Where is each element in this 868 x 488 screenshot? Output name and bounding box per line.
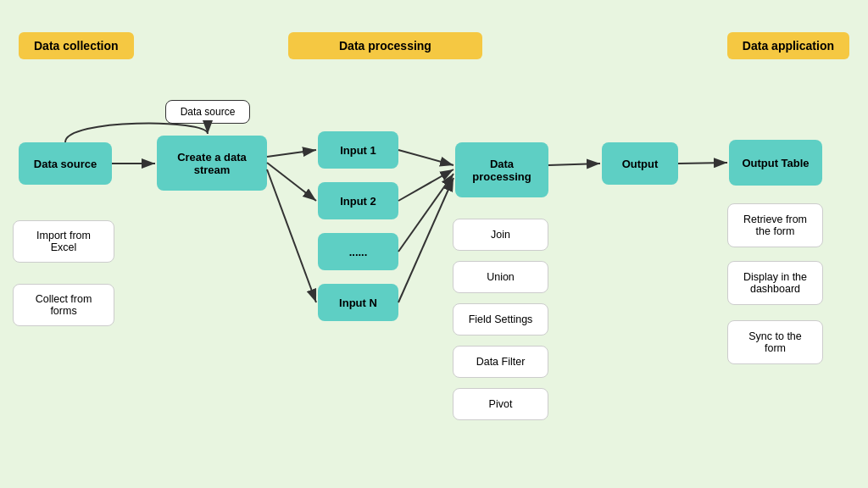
create-stream-box: Create a data stream	[157, 136, 267, 191]
data-source-label: Data source	[165, 100, 250, 124]
svg-line-5	[398, 150, 453, 165]
header-data-processing: Data processing	[288, 32, 482, 59]
svg-line-7	[398, 174, 453, 252]
union-box: Union	[453, 261, 548, 293]
data-source-box: Data source	[19, 142, 112, 185]
header-data-collection: Data collection	[19, 32, 134, 59]
retrieve-form-box: Retrieve from the form	[727, 203, 823, 247]
field-settings-box: Field Settings	[453, 303, 548, 336]
output-box: Output	[602, 142, 678, 185]
svg-line-8	[398, 178, 453, 302]
svg-line-2	[267, 150, 316, 157]
data-filter-box: Data Filter	[453, 346, 548, 378]
svg-line-10	[678, 163, 727, 164]
diagram-container: Data collection Data processing Data app…	[0, 0, 868, 488]
pivot-box: Pivot	[453, 388, 548, 420]
header-data-application: Data application	[727, 32, 849, 59]
svg-line-3	[267, 163, 316, 201]
svg-line-4	[267, 169, 316, 302]
output-table-box: Output Table	[729, 140, 822, 186]
collect-forms-box: Collect from forms	[13, 284, 114, 326]
inputN-box: Input N	[318, 284, 398, 321]
input1-box: Input 1	[318, 131, 398, 169]
join-box: Join	[453, 219, 548, 251]
import-excel-box: Import from Excel	[13, 220, 114, 263]
sync-form-box: Sync to the form	[727, 320, 823, 364]
input2-box: Input 2	[318, 182, 398, 219]
data-processing-box: Data processing	[455, 142, 548, 197]
display-dashboard-box: Display in the dashboard	[727, 261, 823, 305]
svg-line-9	[548, 164, 600, 165]
ellipsis-box: ......	[318, 233, 398, 270]
svg-line-6	[398, 169, 453, 201]
